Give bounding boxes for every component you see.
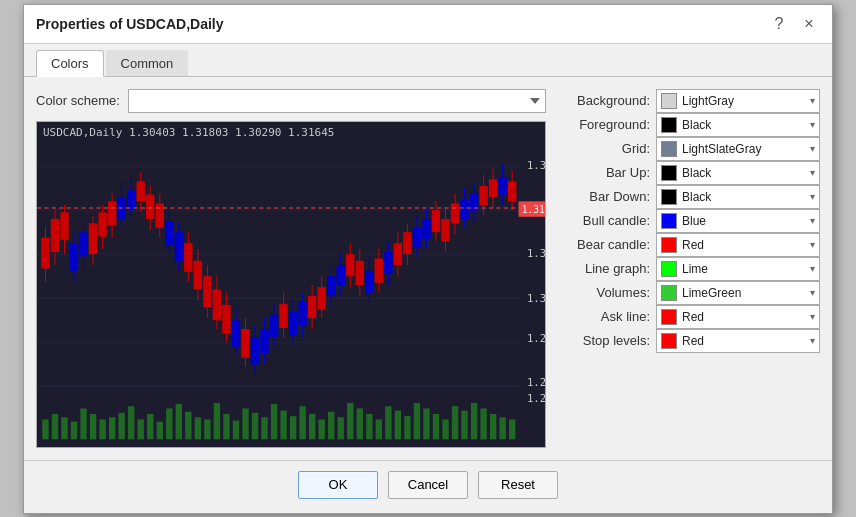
ok-button[interactable]: OK (298, 471, 378, 499)
properties-container: Background:LightGray▾Foreground:Black▾Gr… (560, 89, 820, 353)
svg-rect-27 (233, 420, 239, 439)
svg-rect-54 (490, 413, 496, 438)
color-text-bear_candle: Red (682, 238, 805, 252)
svg-rect-82 (156, 203, 164, 227)
svg-rect-43 (385, 406, 391, 439)
color-arrow-bear_candle: ▾ (810, 239, 815, 250)
color-select-grid[interactable]: LightSlateGray▾ (656, 137, 820, 161)
color-select-volumes[interactable]: LimeGreen▾ (656, 281, 820, 305)
prop-row-grid: Grid:LightSlateGray▾ (560, 137, 820, 161)
svg-rect-36 (319, 419, 325, 439)
svg-rect-34 (299, 406, 305, 439)
svg-rect-31 (271, 404, 277, 439)
prop-row-volumes: Volumes:LimeGreen▾ (560, 281, 820, 305)
svg-rect-14 (109, 417, 115, 439)
right-panel: Background:LightGray▾Foreground:Black▾Gr… (560, 89, 820, 448)
color-swatch-foreground (661, 117, 677, 133)
help-button[interactable]: ? (768, 13, 790, 35)
footer: OK Cancel Reset (24, 460, 832, 513)
color-select-bear_candle[interactable]: Red▾ (656, 233, 820, 257)
svg-rect-32 (280, 410, 286, 439)
svg-rect-35 (309, 413, 315, 438)
prop-row-bar_down: Bar Down:Black▾ (560, 185, 820, 209)
prop-row-bear_candle: Bear candle:Red▾ (560, 233, 820, 257)
svg-rect-110 (289, 311, 297, 335)
svg-rect-49 (442, 419, 448, 439)
prop-label-foreground: Foreground: (560, 117, 650, 132)
svg-rect-144 (451, 203, 459, 223)
tab-content: Color scheme: USDCAD,Daily 1.30403 1.318… (24, 77, 832, 460)
svg-rect-17 (138, 419, 144, 439)
svg-rect-38 (338, 417, 344, 439)
color-text-bull_candle: Blue (682, 214, 805, 228)
color-text-stop_levels: Red (682, 334, 805, 348)
svg-rect-23 (195, 417, 201, 439)
svg-rect-108 (279, 303, 287, 327)
svg-rect-50 (452, 406, 458, 439)
reset-button[interactable]: Reset (478, 471, 558, 499)
color-arrow-foreground: ▾ (810, 119, 815, 130)
svg-rect-45 (404, 416, 410, 439)
svg-rect-148 (470, 193, 478, 211)
svg-rect-132 (394, 243, 402, 265)
prop-label-volumes: Volumes: (560, 285, 650, 300)
color-scheme-select[interactable] (128, 89, 546, 113)
svg-text:1.279: 1.279 (527, 391, 545, 404)
prop-label-stop_levels: Stop levels: (560, 333, 650, 348)
color-select-line_graph[interactable]: Lime▾ (656, 257, 820, 281)
svg-text:1.325: 1.325 (527, 159, 545, 172)
svg-rect-58 (41, 237, 49, 268)
svg-text:1.302: 1.302 (527, 291, 545, 304)
color-swatch-ask_line (661, 309, 677, 325)
svg-rect-92 (203, 276, 211, 307)
color-arrow-bull_candle: ▾ (810, 215, 815, 226)
svg-rect-46 (414, 402, 420, 438)
color-swatch-bull_candle (661, 213, 677, 229)
svg-rect-25 (214, 402, 220, 438)
svg-rect-140 (432, 210, 440, 232)
prop-row-bull_candle: Bull candle:Blue▾ (560, 209, 820, 233)
chart-area: USDCAD,Daily 1.30403 1.31803 1.30290 1.3… (36, 121, 546, 448)
prop-row-line_graph: Line graph:Lime▾ (560, 257, 820, 281)
svg-rect-98 (232, 320, 240, 346)
svg-rect-122 (346, 254, 354, 276)
tab-common[interactable]: Common (106, 50, 189, 76)
close-button[interactable]: × (798, 13, 820, 35)
color-arrow-bar_up: ▾ (810, 167, 815, 178)
left-panel: Color scheme: USDCAD,Daily 1.30403 1.318… (36, 89, 546, 448)
svg-rect-116 (317, 287, 325, 309)
svg-rect-33 (290, 416, 296, 439)
svg-rect-86 (175, 232, 183, 261)
color-select-background[interactable]: LightGray▾ (656, 89, 820, 113)
svg-rect-130 (384, 252, 392, 274)
color-text-foreground: Black (682, 118, 805, 132)
svg-rect-128 (375, 258, 383, 282)
svg-rect-156 (508, 181, 516, 201)
svg-rect-84 (165, 221, 173, 245)
svg-rect-78 (136, 181, 144, 201)
svg-rect-53 (480, 408, 486, 439)
color-select-bar_down[interactable]: Black▾ (656, 185, 820, 209)
svg-rect-118 (327, 276, 335, 296)
chart-svg: 1.325 1.310 1.302 1.295 1.285 1.279 1.31… (37, 122, 545, 447)
title-bar-controls: ? × (768, 13, 820, 35)
svg-rect-126 (365, 270, 373, 292)
color-select-foreground[interactable]: Black▾ (656, 113, 820, 137)
prop-label-grid: Grid: (560, 141, 650, 156)
svg-rect-55 (499, 417, 505, 439)
svg-rect-72 (108, 201, 116, 225)
svg-text:1.316: 1.316 (522, 204, 545, 215)
prop-row-stop_levels: Stop levels:Red▾ (560, 329, 820, 353)
svg-rect-76 (127, 190, 135, 210)
cancel-button[interactable]: Cancel (388, 471, 468, 499)
color-swatch-grid (661, 141, 677, 157)
color-select-ask_line[interactable]: Red▾ (656, 305, 820, 329)
tab-colors[interactable]: Colors (36, 50, 104, 77)
color-select-stop_levels[interactable]: Red▾ (656, 329, 820, 353)
svg-rect-29 (252, 412, 258, 438)
color-text-volumes: LimeGreen (682, 286, 805, 300)
color-select-bar_up[interactable]: Black▾ (656, 161, 820, 185)
color-arrow-background: ▾ (810, 95, 815, 106)
color-arrow-stop_levels: ▾ (810, 335, 815, 346)
color-select-bull_candle[interactable]: Blue▾ (656, 209, 820, 233)
